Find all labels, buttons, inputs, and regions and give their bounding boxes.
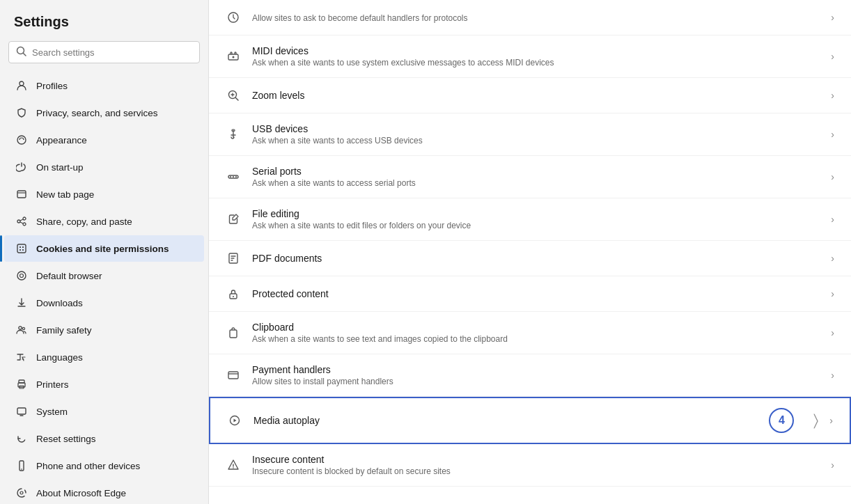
sidebar-item-profiles[interactable]: Profiles — [4, 72, 204, 99]
settings-list: Allow sites to ask to become default han… — [209, 0, 851, 504]
item-title: PDF documents — [252, 253, 820, 264]
sidebar-label-family: Family safety — [36, 325, 92, 336]
browser-icon — [15, 269, 28, 282]
list-item[interactable]: Protected content › — [209, 276, 851, 312]
printer-icon — [15, 378, 28, 391]
list-item[interactable]: Insecure content Insecure content is blo… — [209, 444, 851, 487]
svg-point-32 — [235, 176, 237, 178]
list-item[interactable]: File editing Ask when a site wants to ed… — [209, 198, 851, 241]
item-title: Zoom levels — [252, 90, 820, 101]
sidebar-label-languages: Languages — [36, 352, 83, 363]
sidebar-item-cookies[interactable]: Cookies and site permissions — [4, 235, 204, 262]
sidebar-item-browser[interactable]: Default browser — [4, 262, 204, 289]
svg-point-39 — [233, 467, 234, 468]
svg-point-15 — [19, 326, 22, 329]
list-item[interactable]: MIDI devices Ask when a site wants to us… — [209, 36, 851, 78]
chevron-icon: › — [831, 459, 834, 471]
sidebar-item-newtab[interactable]: New tab page — [4, 181, 204, 207]
file-edit-icon — [226, 212, 241, 227]
shield-icon — [15, 107, 28, 119]
sidebar-label-startup: On start-up — [36, 162, 84, 173]
sidebar-item-phone[interactable]: Phone and other devices — [4, 452, 204, 479]
svg-point-22 — [21, 468, 22, 470]
svg-point-5 — [23, 217, 26, 220]
power-icon — [15, 161, 28, 173]
sidebar-label-privacy: Privacy, search, and services — [36, 108, 158, 118]
sidebar-item-reset[interactable]: Reset settings — [4, 425, 204, 452]
sidebar-item-appearance[interactable]: Appearance — [4, 127, 204, 153]
svg-point-16 — [22, 327, 24, 329]
appearance-icon — [15, 134, 28, 146]
badge-4: 4 — [769, 408, 794, 433]
item-subtitle: Ask when a site wants to access serial p… — [252, 178, 820, 188]
chevron-icon: › — [831, 253, 834, 264]
list-item[interactable]: Allow sites to ask to become default han… — [209, 0, 851, 36]
sidebar-item-system[interactable]: System — [4, 398, 204, 425]
sidebar-item-family[interactable]: Family safety — [4, 317, 204, 343]
zoom-icon — [226, 88, 241, 103]
search-input[interactable] — [32, 47, 192, 58]
midi-icon — [226, 49, 241, 64]
chevron-icon: › — [831, 51, 834, 62]
svg-point-30 — [230, 176, 231, 178]
protocol-icon — [226, 10, 241, 25]
item-title: Insecure content — [252, 454, 820, 465]
svg-point-13 — [17, 271, 26, 280]
list-item[interactable]: USB devices Ask when a site wants to acc… — [209, 113, 851, 156]
media-autoplay-item[interactable]: Media autoplay 4 〉 › — [209, 397, 851, 444]
chevron-icon: › — [831, 288, 834, 299]
sidebar-label-cookies: Cookies and site permissions — [36, 244, 169, 254]
download-icon — [15, 297, 28, 309]
sidebar-item-startup[interactable]: On start-up — [4, 154, 204, 180]
item-subtitle: Ask when a site wants to edit files or f… — [252, 221, 820, 230]
serial-icon — [226, 169, 241, 184]
item-subtitle: Ask when a site wants to see text and im… — [252, 334, 820, 344]
search-icon — [16, 46, 26, 58]
lock-icon — [226, 286, 241, 301]
list-item[interactable]: Payment handlers Allow sites to install … — [209, 354, 851, 397]
item-title: Clipboard — [252, 322, 820, 333]
sidebar-item-languages[interactable]: Languages — [4, 344, 204, 370]
sidebar-item-about[interactable]: About Microsoft Edge — [4, 480, 204, 504]
sidebar-item-share[interactable]: Share, copy, and paste — [4, 208, 204, 235]
svg-rect-4 — [17, 191, 26, 198]
sidebar-label-share: Share, copy, and paste — [36, 216, 132, 227]
sidebar-item-privacy[interactable]: Privacy, search, and services — [4, 100, 204, 126]
warning-icon — [226, 457, 241, 473]
svg-point-2 — [19, 81, 24, 86]
sidebar: Settings Profiles Privacy, search, and s… — [0, 0, 209, 504]
phone-icon — [15, 459, 28, 472]
family-icon — [15, 324, 28, 336]
item-subtitle: Ask when a site wants to access USB devi… — [252, 136, 820, 145]
item-subtitle: Allow sites to ask to become default han… — [252, 13, 820, 23]
item-title: Protected content — [252, 288, 820, 299]
svg-point-31 — [233, 176, 234, 178]
clipboard-icon — [226, 325, 241, 340]
svg-rect-37 — [228, 372, 238, 379]
svg-line-1 — [24, 54, 26, 56]
sidebar-label-newtab: New tab page — [36, 189, 94, 200]
list-item[interactable]: Clipboard Ask when a site wants to see t… — [209, 312, 851, 354]
chevron-icon: › — [831, 370, 834, 381]
item-title: Payment handlers — [252, 364, 820, 375]
list-item[interactable]: Serial ports Ask when a site wants to ac… — [209, 156, 851, 198]
list-item[interactable]: Zoom levels › — [209, 78, 851, 113]
item-title: MIDI devices — [252, 45, 820, 56]
svg-rect-11 — [19, 249, 21, 251]
reset-icon — [15, 432, 28, 445]
sidebar-item-downloads[interactable]: Downloads — [4, 290, 204, 316]
svg-point-6 — [17, 220, 20, 223]
sidebar-label-printers: Printers — [36, 379, 69, 390]
chevron-icon: › — [831, 214, 834, 225]
search-box[interactable] — [8, 41, 200, 63]
media-autoplay-icon — [227, 413, 242, 428]
sidebar-item-printers[interactable]: Printers — [4, 371, 204, 397]
chevron-icon: › — [829, 415, 833, 426]
person-icon — [15, 79, 28, 92]
chevron-icon: › — [831, 327, 834, 338]
chevron-icon: › — [831, 171, 834, 182]
list-item[interactable]: PDF documents › — [209, 241, 851, 276]
item-title: Media autoplay — [253, 415, 758, 426]
item-title: USB devices — [252, 123, 820, 134]
svg-point-35 — [233, 296, 234, 297]
